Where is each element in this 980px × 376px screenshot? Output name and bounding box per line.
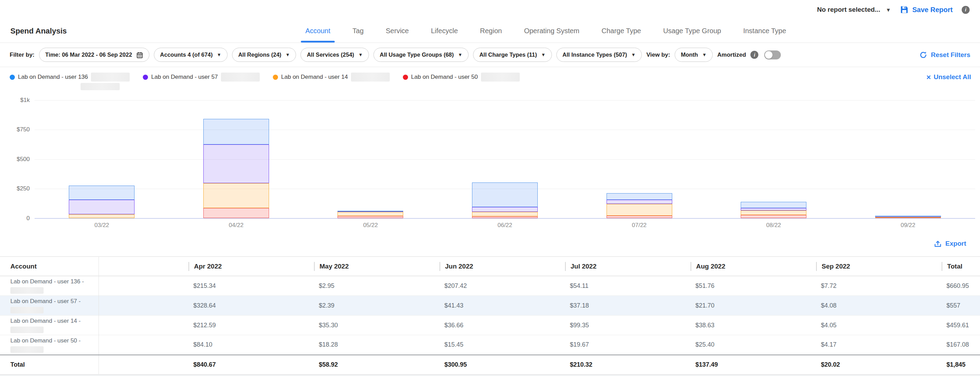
dropdown-arrow-icon: ▼ bbox=[886, 7, 891, 13]
cell-apr: $84.10 bbox=[188, 335, 314, 355]
view-by-select[interactable]: Month ▼ bbox=[675, 48, 713, 62]
chevron-down-icon: ▼ bbox=[702, 52, 706, 57]
bar-segment-user-57[interactable] bbox=[606, 200, 672, 204]
column-header-jun[interactable]: Jun 2022 bbox=[439, 257, 565, 276]
unselect-all-button[interactable]: × Unselect All bbox=[926, 73, 971, 81]
column-header-jul[interactable]: Jul 2022 bbox=[565, 257, 690, 276]
table-row-user-50[interactable]: Lab on Demand - user 50 - $84.10 $18.28 … bbox=[0, 335, 980, 355]
bar-segment-user-50[interactable] bbox=[337, 216, 403, 218]
bar-segment-user-14[interactable] bbox=[337, 212, 403, 216]
cell-sep: $4.08 bbox=[816, 296, 942, 316]
services-filter-label: All Services (254) bbox=[307, 51, 354, 58]
bar-segment-user-50[interactable] bbox=[203, 208, 269, 218]
refresh-icon bbox=[919, 51, 928, 59]
bar-segment-user-14[interactable] bbox=[606, 204, 672, 216]
column-header-label: Sep 2022 bbox=[816, 262, 850, 271]
bar-segment-user-136[interactable] bbox=[472, 182, 538, 207]
column-header-total[interactable]: Total bbox=[942, 257, 980, 276]
bar-segment-user-14[interactable] bbox=[203, 183, 269, 208]
table-row-user-136[interactable]: Lab on Demand - user 136 - $215.34 $2.95… bbox=[0, 276, 980, 296]
cell-may: $35.30 bbox=[314, 316, 439, 335]
report-selector[interactable]: No report selected... ▼ bbox=[817, 6, 891, 13]
info-icon[interactable]: i bbox=[962, 6, 970, 14]
cell-jun: $207.42 bbox=[439, 276, 565, 296]
column-header-aug[interactable]: Aug 2022 bbox=[690, 257, 816, 276]
gridline-500 bbox=[35, 159, 975, 160]
chevron-down-icon: ▼ bbox=[286, 52, 290, 57]
bar-segment-user-14[interactable] bbox=[69, 214, 135, 218]
y-axis-label: $250 bbox=[0, 185, 30, 192]
unselect-all-label: Unselect All bbox=[934, 73, 971, 81]
cell-may: $2.39 bbox=[314, 296, 439, 316]
tab-service[interactable]: Service bbox=[385, 19, 410, 43]
cell-aug: $25.40 bbox=[690, 335, 816, 355]
bar-segment-user-57[interactable] bbox=[69, 200, 135, 214]
gridline-1000 bbox=[35, 100, 975, 101]
bar-segment-user-57[interactable] bbox=[472, 207, 538, 212]
tab-operating-system[interactable]: Operating System bbox=[523, 19, 580, 43]
table-row-user-14[interactable]: Lab on Demand - user 14 - $212.59 $35.30… bbox=[0, 316, 980, 335]
column-header-label: May 2022 bbox=[314, 262, 349, 271]
tab-region[interactable]: Region bbox=[479, 19, 503, 43]
tab-instance-type[interactable]: Instance Type bbox=[742, 19, 787, 43]
total-label-cell: Total bbox=[0, 355, 99, 374]
report-selector-label: No report selected... bbox=[817, 6, 880, 13]
legend-item-user-136[interactable]: Lab on Demand - user 136 bbox=[10, 73, 130, 82]
y-axis-label: $500 bbox=[0, 156, 30, 163]
column-header-may[interactable]: May 2022 bbox=[314, 257, 439, 276]
bar-segment-user-57[interactable] bbox=[741, 208, 807, 211]
charge-types-filter-pill[interactable]: All Charge Types (11) ▼ bbox=[473, 48, 552, 62]
legend-dot-purple bbox=[143, 75, 148, 80]
bar-segment-user-136[interactable] bbox=[606, 193, 672, 199]
bar-segment-user-136[interactable] bbox=[69, 186, 135, 200]
instance-types-filter-pill[interactable]: All Instance Types (507) ▼ bbox=[557, 48, 642, 62]
bar-segment-user-136[interactable] bbox=[875, 216, 941, 217]
services-filter-pill[interactable]: All Services (254) ▼ bbox=[301, 48, 369, 62]
spend-table: Account Apr 2022 May 2022 Jun 2022 Jul 2… bbox=[0, 256, 980, 374]
usage-type-groups-filter-pill[interactable]: All Usage Type Groups (68) ▼ bbox=[374, 48, 469, 62]
top-bar: No report selected... ▼ Save Report i bbox=[0, 0, 980, 19]
legend-item-user-50[interactable]: Lab on Demand - user 50 bbox=[403, 73, 520, 82]
bar-segment-user-57[interactable] bbox=[203, 144, 269, 183]
tab-charge-type[interactable]: Charge Type bbox=[601, 19, 642, 43]
bar-segment-user-50[interactable] bbox=[606, 216, 672, 218]
tab-usage-type-group[interactable]: Usage Type Group bbox=[662, 19, 722, 43]
chevron-down-icon: ▼ bbox=[631, 52, 636, 57]
total-apr: $840.67 bbox=[188, 355, 314, 374]
account-name: Lab on Demand - user 136 - bbox=[10, 278, 99, 286]
time-filter-pill[interactable]: Time: 06 Mar 2022 - 06 Sep 2022 bbox=[39, 48, 150, 62]
bar-segment-user-136[interactable] bbox=[203, 119, 269, 144]
legend-item-user-57[interactable]: Lab on Demand - user 57 bbox=[143, 73, 260, 82]
chevron-down-icon: ▼ bbox=[458, 52, 462, 57]
regions-filter-pill[interactable]: All Regions (24) ▼ bbox=[232, 48, 296, 62]
tab-account[interactable]: Account bbox=[304, 19, 331, 43]
amortized-toggle[interactable] bbox=[764, 51, 781, 59]
legend-dot-orange bbox=[273, 75, 278, 80]
accounts-filter-pill[interactable]: Accounts 4 (of 674) ▼ bbox=[154, 48, 228, 62]
tab-lifecycle[interactable]: Lifecycle bbox=[430, 19, 459, 43]
bar-segment-user-136[interactable] bbox=[337, 211, 403, 211]
column-header-account[interactable]: Account bbox=[0, 257, 99, 276]
amortized-info-icon[interactable]: i bbox=[750, 51, 758, 59]
tab-tag[interactable]: Tag bbox=[352, 19, 364, 43]
column-header-apr[interactable]: Apr 2022 bbox=[188, 257, 314, 276]
column-header-sep[interactable]: Sep 2022 bbox=[816, 257, 942, 276]
reset-filters-button[interactable]: Reset Filters bbox=[919, 51, 970, 59]
export-button[interactable]: Export bbox=[934, 240, 966, 248]
table-row-user-57[interactable]: Lab on Demand - user 57 - $328.64 $2.39 … bbox=[0, 296, 980, 316]
bar-segment-user-50[interactable] bbox=[741, 215, 807, 218]
toggle-knob bbox=[765, 51, 773, 59]
bar-segment-user-14[interactable] bbox=[741, 211, 807, 215]
save-report-button[interactable]: Save Report bbox=[900, 5, 953, 14]
chevron-down-icon: ▼ bbox=[217, 52, 221, 57]
tab-bar: Account Tag Service Lifecycle Region Ope… bbox=[304, 19, 787, 43]
bar-segment-user-50[interactable] bbox=[472, 216, 538, 218]
redacted-text bbox=[81, 83, 120, 90]
bar-segment-user-136[interactable] bbox=[741, 202, 807, 208]
page-title: Spend Analysis bbox=[10, 27, 67, 36]
close-icon: × bbox=[926, 74, 931, 81]
legend-label: Lab on Demand - user 50 bbox=[411, 74, 478, 81]
legend-item-user-14[interactable]: Lab on Demand - user 14 bbox=[273, 73, 390, 82]
bar-segment-user-14[interactable] bbox=[472, 212, 538, 216]
redacted-text bbox=[10, 287, 44, 294]
